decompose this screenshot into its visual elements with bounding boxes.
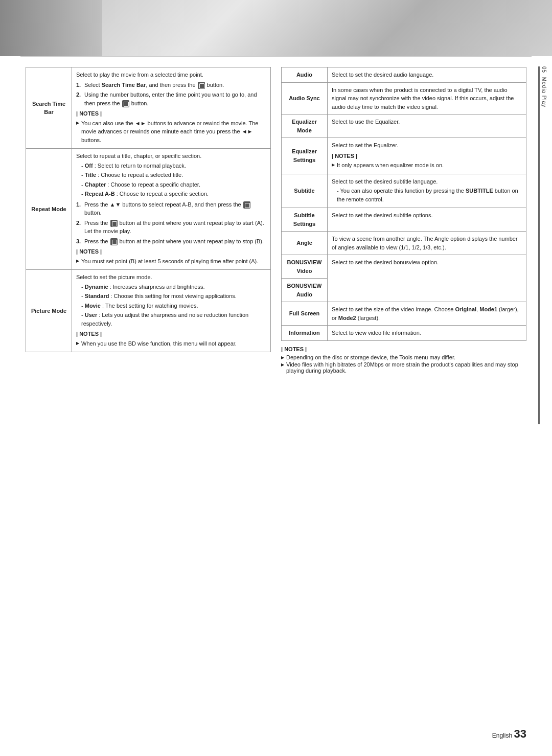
equalizer-settings-content: Select to set the Equalizer. | NOTES | I… bbox=[328, 138, 526, 174]
bonusview-video-label: BONUSVIEWVideo bbox=[282, 255, 328, 279]
picture-mode-content: Select to set the picture mode. - Dynami… bbox=[72, 270, 271, 352]
note-item-eq: It only appears when equalizer mode is o… bbox=[332, 161, 522, 170]
left-table-container: Search TimeBar Select to play the movie … bbox=[26, 67, 271, 375]
table-row: EqualizerMode Select to use the Equalize… bbox=[282, 114, 526, 138]
audio-label: Audio bbox=[282, 67, 328, 83]
picture-mode-label: Picture Mode bbox=[26, 270, 72, 352]
table-row: SubtitleSettings Select to set the desir… bbox=[282, 208, 526, 232]
footer-notes: | NOTES | Depending on the disc or stora… bbox=[281, 346, 526, 374]
table-row: Angle To view a scene from another angle… bbox=[282, 232, 526, 255]
table-row: Full Screen Select to set the size of th… bbox=[282, 302, 526, 326]
notes-label-eq: | NOTES | bbox=[332, 152, 522, 161]
fullscreen-content: Select to set the size of the video imag… bbox=[328, 302, 526, 326]
table-row: Audio Select to set the desired audio la… bbox=[282, 67, 526, 83]
right-table: Audio Select to set the desired audio la… bbox=[281, 67, 526, 341]
table-row: EqualizerSettings Select to set the Equa… bbox=[282, 138, 526, 174]
audio-content: Select to set the desired audio language… bbox=[328, 67, 526, 83]
right-table-container: Audio Select to set the desired audio la… bbox=[281, 67, 526, 375]
page-num: 33 bbox=[514, 727, 526, 740]
footer-notes-label: | NOTES | bbox=[281, 346, 526, 352]
table-row: Picture Mode Select to set the picture m… bbox=[26, 270, 271, 352]
repeat-mode-content: Select to repeat a title, chapter, or sp… bbox=[72, 149, 271, 270]
subtitle-settings-label: SubtitleSettings bbox=[282, 208, 328, 232]
table-row: Search TimeBar Select to play the movie … bbox=[26, 67, 271, 149]
bonusview-content: Select to set the desired bonusview opti… bbox=[328, 255, 526, 302]
main-content: Search TimeBar Select to play the movie … bbox=[0, 57, 552, 385]
audio-sync-content: In some cases when the product is connec… bbox=[328, 82, 526, 114]
footer-note-2: Video files with high bitrates of 20Mbps… bbox=[281, 361, 526, 374]
footer-note-1: Depending on the disc or storage device,… bbox=[281, 354, 526, 360]
notes-label-3: | NOTES | bbox=[76, 330, 266, 338]
repeat-mode-label: Repeat Mode bbox=[26, 149, 72, 270]
enter-button-icon-5 bbox=[110, 238, 118, 245]
equalizer-mode-label: EqualizerMode bbox=[282, 114, 328, 138]
enter-button-icon-4 bbox=[110, 220, 118, 227]
note-item-2: You must set point (B) at least 5 second… bbox=[76, 257, 266, 266]
note-item: You can also use the ◄► buttons to advan… bbox=[76, 119, 266, 145]
bonusview-audio-label: BONUSVIEWAudio bbox=[282, 279, 328, 302]
table-row: Audio Sync In some cases when the produc… bbox=[282, 82, 526, 114]
enter-button-icon bbox=[198, 82, 205, 89]
equalizer-mode-content: Select to use the Equalizer. bbox=[328, 114, 526, 138]
subtitle-label: Subtitle bbox=[282, 174, 328, 208]
enter-button-icon-2 bbox=[122, 100, 129, 107]
enter-button-icon-3 bbox=[243, 201, 250, 209]
page-number: English 33 bbox=[492, 727, 526, 741]
english-label: English bbox=[492, 732, 514, 739]
fullscreen-label: Full Screen bbox=[282, 302, 328, 326]
information-content: Select to view video file information. bbox=[328, 326, 526, 341]
page-header bbox=[0, 0, 552, 56]
table-row: Repeat Mode Select to repeat a title, ch… bbox=[26, 149, 271, 270]
note-item-3: When you use the BD wise function, this … bbox=[76, 339, 266, 348]
audio-sync-label: Audio Sync bbox=[282, 82, 328, 114]
angle-label: Angle bbox=[282, 232, 328, 255]
table-row: Information Select to view video file in… bbox=[282, 326, 526, 341]
information-label: Information bbox=[282, 326, 328, 341]
subtitle-settings-content: Select to set the desired subtitle optio… bbox=[328, 208, 526, 232]
notes-label: | NOTES | bbox=[76, 109, 266, 118]
section-label: 05 Media Play bbox=[541, 66, 547, 107]
left-table: Search TimeBar Select to play the movie … bbox=[26, 67, 271, 352]
search-time-bar-label: Search TimeBar bbox=[26, 67, 72, 149]
equalizer-settings-label: EqualizerSettings bbox=[282, 138, 328, 174]
table-row: BONUSVIEWVideo Select to set the desired… bbox=[282, 255, 526, 279]
subtitle-content: Select to set the desired subtitle langu… bbox=[328, 174, 526, 208]
search-time-bar-content: Select to play the movie from a selected… bbox=[72, 67, 271, 149]
side-bar bbox=[538, 66, 540, 424]
angle-content: To view a scene from another angle. The … bbox=[328, 232, 526, 255]
table-row: Subtitle Select to set the desired subti… bbox=[282, 174, 526, 208]
notes-label-2: | NOTES | bbox=[76, 247, 266, 256]
